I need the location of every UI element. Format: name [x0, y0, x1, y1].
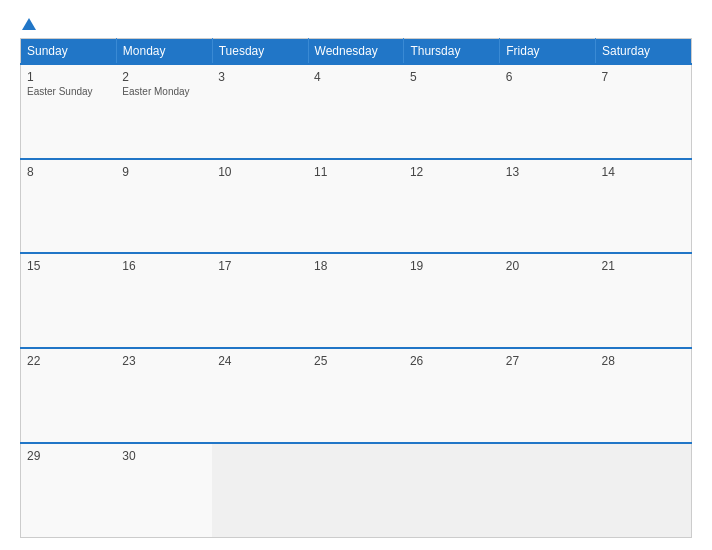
day-number: 25: [314, 354, 398, 368]
page: SundayMondayTuesdayWednesdayThursdayFrid…: [0, 0, 712, 550]
day-number: 15: [27, 259, 110, 273]
weekday-header-thursday: Thursday: [404, 39, 500, 65]
day-number: 5: [410, 70, 494, 84]
calendar-cell: [404, 443, 500, 538]
calendar-cell: 1Easter Sunday: [21, 64, 117, 159]
calendar-cell: 22: [21, 348, 117, 443]
weekday-header-friday: Friday: [500, 39, 596, 65]
day-event: Easter Monday: [122, 86, 206, 97]
day-number: 3: [218, 70, 302, 84]
day-number: 11: [314, 165, 398, 179]
day-number: 6: [506, 70, 590, 84]
day-number: 27: [506, 354, 590, 368]
day-number: 29: [27, 449, 110, 463]
calendar-cell: 23: [116, 348, 212, 443]
calendar-cell: 20: [500, 253, 596, 348]
calendar-cell: [596, 443, 692, 538]
day-number: 30: [122, 449, 206, 463]
calendar-cell: 4: [308, 64, 404, 159]
calendar-cell: 29: [21, 443, 117, 538]
calendar-cell: 3: [212, 64, 308, 159]
calendar-cell: 21: [596, 253, 692, 348]
day-number: 23: [122, 354, 206, 368]
calendar-table: SundayMondayTuesdayWednesdayThursdayFrid…: [20, 38, 692, 538]
calendar-cell: 11: [308, 159, 404, 254]
week-row-2: 891011121314: [21, 159, 692, 254]
calendar-cell: 27: [500, 348, 596, 443]
calendar-cell: 12: [404, 159, 500, 254]
calendar-cell: 28: [596, 348, 692, 443]
weekday-header-tuesday: Tuesday: [212, 39, 308, 65]
calendar-cell: 5: [404, 64, 500, 159]
calendar-cell: 16: [116, 253, 212, 348]
week-row-3: 15161718192021: [21, 253, 692, 348]
calendar-cell: 8: [21, 159, 117, 254]
calendar-cell: [500, 443, 596, 538]
day-number: 26: [410, 354, 494, 368]
day-number: 8: [27, 165, 110, 179]
day-number: 7: [602, 70, 685, 84]
calendar-cell: 30: [116, 443, 212, 538]
weekday-header-row: SundayMondayTuesdayWednesdayThursdayFrid…: [21, 39, 692, 65]
weekday-header-monday: Monday: [116, 39, 212, 65]
logo-general: [20, 18, 36, 30]
logo: [20, 18, 36, 30]
calendar-cell: 19: [404, 253, 500, 348]
calendar-cell: 9: [116, 159, 212, 254]
day-number: 2: [122, 70, 206, 84]
calendar-cell: 18: [308, 253, 404, 348]
calendar-cell: 25: [308, 348, 404, 443]
weekday-header-saturday: Saturday: [596, 39, 692, 65]
day-number: 14: [602, 165, 685, 179]
day-number: 10: [218, 165, 302, 179]
day-number: 21: [602, 259, 685, 273]
header: [20, 18, 692, 30]
day-number: 16: [122, 259, 206, 273]
weekday-header-sunday: Sunday: [21, 39, 117, 65]
calendar-cell: 7: [596, 64, 692, 159]
weekday-header-wednesday: Wednesday: [308, 39, 404, 65]
day-number: 22: [27, 354, 110, 368]
week-row-4: 22232425262728: [21, 348, 692, 443]
calendar-cell: 17: [212, 253, 308, 348]
day-number: 12: [410, 165, 494, 179]
day-number: 1: [27, 70, 110, 84]
calendar-cell: 24: [212, 348, 308, 443]
calendar-cell: 6: [500, 64, 596, 159]
day-number: 24: [218, 354, 302, 368]
calendar-cell: 26: [404, 348, 500, 443]
day-event: Easter Sunday: [27, 86, 110, 97]
day-number: 18: [314, 259, 398, 273]
day-number: 4: [314, 70, 398, 84]
day-number: 13: [506, 165, 590, 179]
day-number: 17: [218, 259, 302, 273]
day-number: 20: [506, 259, 590, 273]
calendar-cell: 10: [212, 159, 308, 254]
week-row-5: 2930: [21, 443, 692, 538]
calendar-cell: [308, 443, 404, 538]
calendar-cell: 2Easter Monday: [116, 64, 212, 159]
calendar-cell: [212, 443, 308, 538]
day-number: 9: [122, 165, 206, 179]
calendar-cell: 14: [596, 159, 692, 254]
calendar-cell: 13: [500, 159, 596, 254]
week-row-1: 1Easter Sunday2Easter Monday34567: [21, 64, 692, 159]
logo-triangle-icon: [22, 18, 36, 30]
day-number: 28: [602, 354, 685, 368]
calendar-cell: 15: [21, 253, 117, 348]
day-number: 19: [410, 259, 494, 273]
